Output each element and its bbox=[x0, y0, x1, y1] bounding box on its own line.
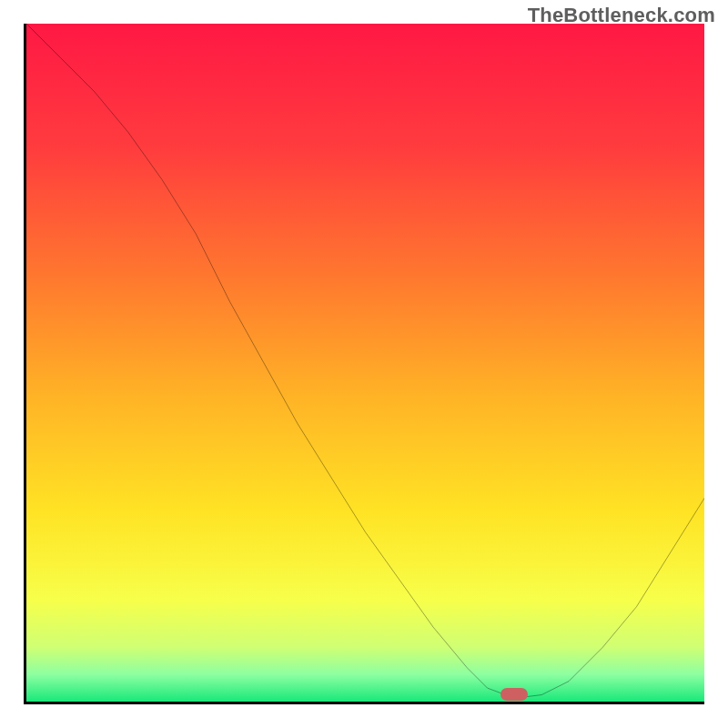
optimal-marker bbox=[500, 688, 528, 701]
bottleneck-curve bbox=[26, 24, 704, 702]
chart-container: TheBottleneck.com bbox=[0, 0, 728, 728]
plot-area bbox=[24, 24, 704, 704]
